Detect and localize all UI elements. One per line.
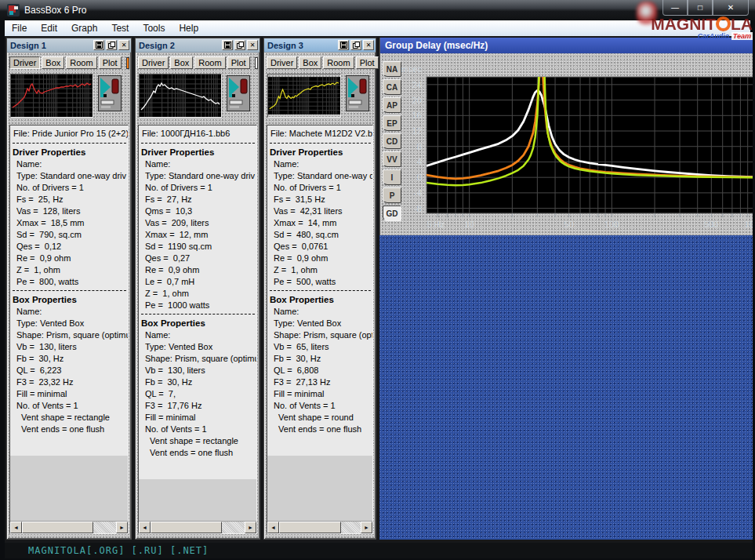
menu-help[interactable]: Help [172, 21, 205, 35]
design2-titlebar[interactable]: Design 2 ✕ [136, 38, 260, 53]
scroll-right-button[interactable]: ► [116, 522, 128, 533]
menu-edit[interactable]: Edit [34, 21, 64, 35]
box-button[interactable]: Box [42, 56, 64, 69]
menu-tools[interactable]: Tools [136, 21, 172, 35]
duplicate-button[interactable] [350, 40, 361, 50]
app-icon [7, 4, 20, 16]
graph-button-ep[interactable]: EP [383, 115, 401, 131]
scrollbar-track[interactable] [279, 522, 361, 533]
close-button[interactable]: ✕ [713, 0, 749, 16]
graph-button-ap[interactable]: AP [383, 97, 401, 113]
scrollbar-thumb[interactable] [279, 522, 341, 533]
save-button[interactable] [338, 40, 349, 50]
menu-test[interactable]: Test [104, 21, 136, 35]
maximize-icon: □ [698, 3, 702, 12]
plot-button[interactable]: Plot [227, 56, 250, 69]
speaker-icon[interactable] [227, 75, 250, 111]
plot-button[interactable]: Plot [99, 56, 122, 69]
property-line: Vb = 130, liters [141, 365, 256, 376]
response-thumbnail[interactable] [267, 74, 341, 118]
property-line: Vas = 209, liters [141, 217, 256, 229]
response-thumbnail[interactable] [10, 74, 93, 118]
close-design-button[interactable]: ✕ [363, 40, 374, 50]
horizontal-scrollbar[interactable]: ◄ ► [139, 521, 256, 533]
property-line: Type: Standard one-way driv [141, 170, 256, 182]
room-button[interactable]: Room [66, 56, 96, 69]
room-button[interactable]: Room [194, 56, 225, 69]
design3-titlebar[interactable]: Design 3 ✕ [264, 38, 376, 53]
plot-color-swatch[interactable] [255, 57, 258, 69]
property-line: Fs = 31,5 Hz [270, 194, 372, 205]
graph-body: 24201612840-4-8msec5 Hz10501005001000 NA… [380, 53, 753, 235]
save-button[interactable] [93, 40, 104, 50]
design-title: Design 1 [10, 41, 93, 50]
scroll-right-button[interactable]: ► [245, 522, 256, 533]
scroll-left-button[interactable]: ◄ [139, 522, 151, 533]
box-properties-header: Box Properties [13, 294, 128, 306]
minimize-button[interactable]: — [662, 0, 688, 16]
property-line: Fill = minimal [141, 412, 256, 424]
property-line: Fb = 30, Hz [13, 353, 128, 365]
save-icon [340, 42, 347, 49]
menu-file[interactable]: File [5, 21, 34, 35]
svg-text:1000: 1000 [745, 220, 753, 229]
driver-button[interactable]: Driver [9, 56, 40, 69]
horizontal-scrollbar[interactable]: ◄ ► [267, 521, 372, 533]
design1-titlebar[interactable]: Design 1 ✕ [7, 38, 131, 53]
scrollbar-track[interactable] [22, 522, 116, 533]
scroll-left-button[interactable]: ◄ [267, 522, 279, 533]
arrow-right-icon: ► [364, 525, 369, 530]
duplicate-button[interactable] [106, 40, 117, 50]
speaker-icon[interactable] [98, 75, 122, 111]
separator [13, 290, 126, 291]
property-line: No. of Drivers = 1 [141, 182, 256, 194]
save-button[interactable] [222, 40, 233, 50]
property-line: Name: [141, 329, 256, 341]
maximize-button[interactable]: □ [688, 0, 713, 16]
property-line: Shape: Prism, square (optimu [13, 329, 128, 341]
property-line: Vb = 65, liters [270, 341, 372, 353]
graph-button-p[interactable]: P [383, 187, 401, 203]
save-icon [224, 42, 231, 49]
horizontal-scrollbar[interactable]: ◄ ► [10, 521, 128, 533]
property-line: No. of Vents = 1 [270, 400, 372, 412]
svg-text:msec: msec [401, 64, 423, 74]
menu-graph[interactable]: Graph [64, 21, 104, 35]
close-design-button[interactable]: ✕ [118, 40, 129, 50]
close-design-button[interactable]: ✕ [247, 40, 258, 50]
duplicate-button[interactable] [234, 40, 245, 50]
watermark-logo-blob [637, 2, 657, 25]
separator [270, 143, 371, 144]
graph-button-ca[interactable]: CA [383, 79, 401, 95]
graph-titlebar[interactable]: Group Delay (msec/Hz) [380, 38, 753, 53]
graph-button-gd[interactable]: GD [383, 205, 401, 221]
property-line: Re = 0,9 ohm [13, 253, 128, 264]
driver-button[interactable]: Driver [138, 56, 169, 69]
plot-button[interactable]: Plot [356, 56, 379, 69]
scroll-left-button[interactable]: ◄ [10, 522, 22, 533]
driver-properties-header: Driver Properties [13, 147, 128, 158]
response-thumbnail[interactable] [139, 74, 222, 118]
graph-button-cd[interactable]: CD [383, 133, 401, 149]
group-delay-window: Group Delay (msec/Hz) 24201612840-4-8mse… [379, 38, 753, 235]
property-line: Re = 0,9 ohm [270, 253, 372, 264]
properties-list[interactable]: File: 1000ГДН16-1.bb6 Driver Properties … [138, 125, 257, 534]
driver-button[interactable]: Driver [267, 56, 297, 69]
property-line: No. of Vents = 1 [141, 424, 256, 435]
scrollbar-thumb[interactable] [22, 522, 93, 533]
speaker-icon[interactable] [346, 75, 369, 111]
room-button[interactable]: Room [323, 56, 354, 69]
property-line: Pe = 1000 watts [141, 300, 256, 311]
box-button[interactable]: Box [299, 56, 321, 69]
graph-button-na[interactable]: NA [383, 61, 401, 77]
graph-button-vv[interactable]: VV [383, 151, 401, 167]
workspace-background [379, 235, 753, 540]
scrollbar-track[interactable] [151, 522, 245, 533]
properties-list[interactable]: File: Machete M12D2 V2.bb6 Driver Proper… [267, 125, 373, 534]
properties-list[interactable]: File: Pride Junior Pro 15 (2+2).bb6 Driv… [9, 125, 129, 534]
scroll-right-button[interactable]: ► [361, 522, 372, 533]
plot-color-swatch[interactable] [126, 57, 129, 69]
box-button[interactable]: Box [170, 56, 193, 69]
scrollbar-thumb[interactable] [151, 522, 222, 533]
graph-button-i[interactable]: I [383, 169, 401, 185]
